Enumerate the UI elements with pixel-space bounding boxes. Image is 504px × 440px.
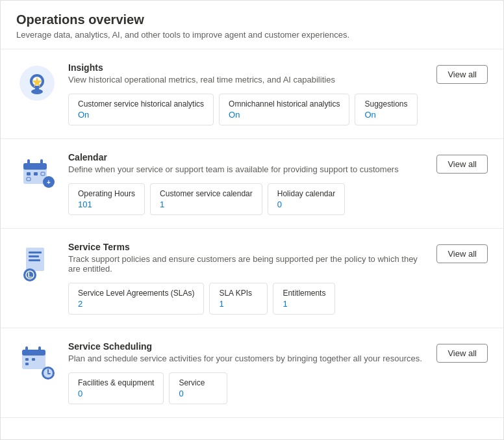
view-all-button-service-scheduling[interactable]: View all bbox=[436, 344, 488, 363]
card-service-terms-2[interactable]: Entitlements1 bbox=[273, 283, 335, 315]
card-label-insights-0: Customer service historical analytics bbox=[78, 99, 204, 109]
card-value-service-scheduling-1: 0 bbox=[179, 389, 218, 398]
card-calendar-0[interactable]: Operating Hours101 bbox=[68, 183, 145, 215]
section-desc-insights: View historical operational metrics, rea… bbox=[68, 75, 426, 84]
card-label-insights-1: Omnichannel historical analytics bbox=[229, 99, 340, 109]
section-title-insights: Insights bbox=[68, 62, 426, 73]
card-service-scheduling-0[interactable]: Facilities & equipment0 bbox=[68, 372, 164, 404]
svg-rect-32 bbox=[47, 369, 49, 373]
section-content-calendar: CalendarDefine when your service or supp… bbox=[68, 152, 426, 215]
section-title-service-terms: Service Terms bbox=[68, 242, 426, 252]
section-desc-service-scheduling: Plan and schedule service activities for… bbox=[68, 354, 426, 363]
section-title-service-scheduling: Service Scheduling bbox=[68, 341, 426, 352]
card-label-service-scheduling-0: Facilities & equipment bbox=[78, 378, 154, 387]
view-all-button-service-terms[interactable]: View all bbox=[436, 244, 488, 263]
section-content-insights: InsightsView historical operational metr… bbox=[68, 62, 426, 125]
card-service-terms-0[interactable]: Service Level Agreements (SLAs)2 bbox=[68, 283, 204, 315]
card-value-insights-0: On bbox=[78, 110, 204, 120]
icon-calendar: + bbox=[16, 152, 58, 194]
section-cards-calendar: Operating Hours101Customer service calen… bbox=[68, 183, 426, 215]
card-label-service-terms-2: Entitlements bbox=[283, 289, 325, 298]
card-value-service-terms-1: 1 bbox=[219, 299, 258, 309]
view-all-button-insights[interactable]: View all bbox=[436, 65, 488, 84]
card-service-scheduling-1[interactable]: Service0 bbox=[169, 372, 227, 404]
icon-service-scheduling bbox=[16, 341, 58, 383]
card-label-calendar-1: Customer service calendar bbox=[160, 189, 253, 198]
card-label-service-terms-0: Service Level Agreements (SLAs) bbox=[78, 289, 194, 298]
page-subtitle: Leverage data, analytics, AI, and other … bbox=[16, 30, 488, 40]
section-insights: InsightsView historical operational metr… bbox=[1, 49, 503, 139]
icon-insights bbox=[16, 62, 58, 104]
card-value-calendar-0: 101 bbox=[78, 200, 135, 209]
svg-rect-18 bbox=[29, 255, 39, 257]
svg-rect-13 bbox=[27, 177, 31, 181]
svg-rect-27 bbox=[25, 358, 29, 361]
section-content-service-terms: Service TermsTrack support policies and … bbox=[68, 242, 426, 315]
svg-rect-9 bbox=[40, 159, 43, 167]
card-service-terms-1[interactable]: SLA KPIs1 bbox=[209, 283, 268, 315]
card-label-insights-2: Suggestions bbox=[364, 99, 407, 109]
section-desc-calendar: Define when your service or support team… bbox=[68, 164, 426, 174]
svg-rect-12 bbox=[41, 172, 45, 175]
svg-rect-29 bbox=[25, 363, 29, 365]
card-label-service-terms-1: SLA KPIs bbox=[219, 289, 258, 298]
svg-rect-33 bbox=[47, 373, 51, 374]
card-insights-0[interactable]: Customer service historical analyticsOn bbox=[68, 94, 214, 125]
section-title-calendar: Calendar bbox=[68, 152, 426, 162]
card-insights-2[interactable]: SuggestionsOn bbox=[355, 94, 417, 125]
card-label-calendar-2: Holiday calendar bbox=[277, 189, 335, 198]
card-value-calendar-2: 0 bbox=[277, 200, 335, 209]
card-value-service-terms-0: 2 bbox=[78, 299, 194, 309]
svg-rect-7 bbox=[23, 163, 47, 170]
section-desc-service-terms: Track support policies and ensure custom… bbox=[68, 254, 426, 274]
section-service-scheduling: Service SchedulingPlan and schedule serv… bbox=[1, 328, 503, 418]
card-calendar-1[interactable]: Customer service calendar1 bbox=[150, 183, 262, 215]
section-cards-service-terms: Service Level Agreements (SLAs)2SLA KPIs… bbox=[68, 283, 426, 315]
page-title: Operations overview bbox=[16, 12, 488, 27]
svg-rect-5 bbox=[35, 88, 39, 92]
svg-rect-11 bbox=[34, 172, 38, 175]
card-value-insights-2: On bbox=[364, 110, 407, 120]
view-all-button-calendar[interactable]: View all bbox=[436, 155, 488, 174]
svg-rect-25 bbox=[25, 346, 28, 353]
card-value-calendar-1: 1 bbox=[160, 200, 253, 209]
section-cards-service-scheduling: Facilities & equipment0Service0 bbox=[68, 372, 426, 404]
svg-rect-10 bbox=[27, 172, 31, 175]
page-header: Operations overview Leverage data, analy… bbox=[1, 1, 503, 49]
svg-text:L: L bbox=[28, 271, 32, 279]
card-calendar-2[interactable]: Holiday calendar0 bbox=[268, 183, 345, 215]
sections-container: InsightsView historical operational metr… bbox=[1, 49, 503, 418]
svg-rect-8 bbox=[27, 159, 30, 167]
section-content-service-scheduling: Service SchedulingPlan and schedule serv… bbox=[68, 341, 426, 404]
card-value-service-scheduling-0: 0 bbox=[78, 389, 154, 398]
card-value-insights-1: On bbox=[229, 110, 340, 120]
icon-service-terms: L bbox=[16, 242, 58, 283]
section-service-terms: L Service TermsTrack support policies an… bbox=[1, 229, 503, 328]
card-insights-1[interactable]: Omnichannel historical analyticsOn bbox=[219, 94, 349, 125]
section-cards-insights: Customer service historical analyticsOnO… bbox=[68, 94, 426, 125]
svg-rect-19 bbox=[29, 259, 40, 261]
section-calendar: + CalendarDefine when your service or su… bbox=[1, 139, 503, 229]
card-label-service-scheduling-1: Service bbox=[179, 378, 218, 387]
card-label-calendar-0: Operating Hours bbox=[78, 189, 135, 198]
svg-rect-17 bbox=[29, 252, 42, 253]
svg-rect-28 bbox=[32, 358, 35, 361]
svg-rect-26 bbox=[38, 346, 41, 353]
svg-text:+: + bbox=[47, 179, 51, 186]
card-value-service-terms-2: 1 bbox=[283, 299, 325, 309]
